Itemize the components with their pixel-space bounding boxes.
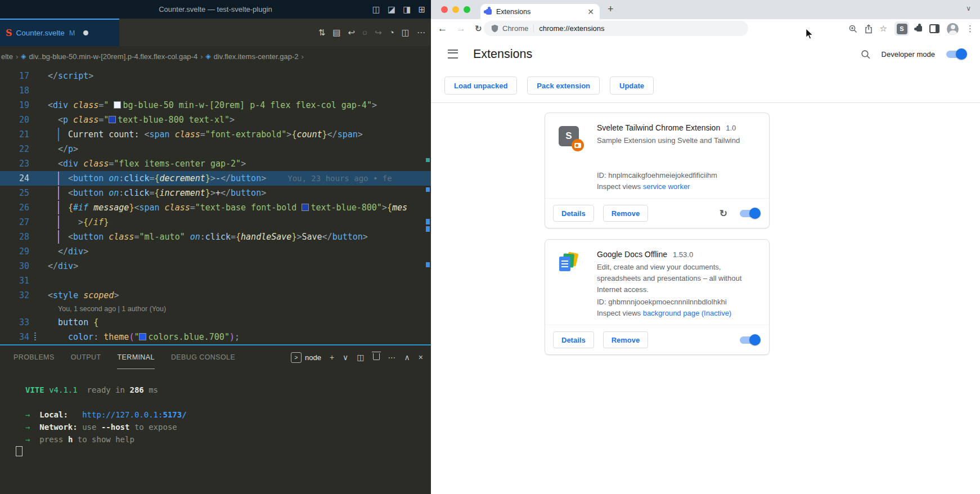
code-line[interactable]: 23<div class="flex items-center gap-2"> [0, 156, 431, 171]
share-icon[interactable] [865, 24, 873, 34]
close-panel-icon[interactable]: × [419, 353, 423, 362]
bookmark-star-icon[interactable]: ☆ [880, 24, 887, 34]
menu-icon[interactable] [448, 50, 458, 59]
code-line[interactable]: 24<button on:click={decrement}>-</button… [0, 171, 431, 186]
remove-button[interactable]: Remove [603, 205, 649, 222]
remove-button[interactable]: Remove [603, 331, 649, 348]
code-line[interactable]: 31 [0, 273, 431, 288]
more-actions-icon[interactable]: ⋯ [388, 353, 396, 362]
address-bar[interactable]: Chrome chrome://extensions [484, 21, 748, 36]
code-line[interactable]: 26{#if message}<span class="text-base fo… [0, 200, 431, 215]
load-unpacked-button[interactable]: Load unpacked [444, 77, 517, 95]
code-token: < [68, 232, 73, 242]
reload-extension-icon[interactable]: ↻ [720, 208, 727, 219]
line-number: 17 [0, 69, 29, 83]
search-icon[interactable] [861, 50, 870, 59]
split-terminal-icon[interactable]: ◫ [357, 353, 364, 362]
traffic-light-minimize[interactable] [452, 6, 459, 13]
code-line[interactable]: 27>{/if} [0, 215, 431, 230]
code-token: : [119, 173, 124, 183]
split-editor-icon[interactable]: ◫ [402, 28, 410, 38]
pinned-extension-svelte-icon[interactable]: S [894, 21, 909, 36]
code-token: scoped [78, 290, 114, 300]
traffic-light-close[interactable] [441, 6, 448, 13]
code-token: "flex items-center gap-2" [114, 159, 241, 169]
launch-profile-chevron-icon[interactable]: ∨ [343, 353, 348, 362]
tab-close-icon[interactable]: ✕ [587, 8, 594, 16]
extension-enabled-toggle[interactable] [740, 210, 759, 217]
open-changes-icon[interactable]: ▤ [332, 28, 340, 38]
terminal[interactable]: VITE v4.1.1 ready in 286 ms→ Local: http… [0, 369, 431, 458]
breadcrumb-item[interactable]: div..bg-blue-50.min-w-[20rem].p-4.flex.f… [29, 52, 198, 61]
details-button[interactable]: Details [553, 205, 594, 222]
code-line[interactable]: 21Current count: <span class="font-extra… [0, 127, 431, 142]
tab-search-chevron-icon[interactable]: ∨ [966, 5, 971, 12]
nav-forward-icon[interactable]: ↪ [375, 28, 382, 38]
source-control-compare-icon[interactable]: ⇅ [318, 28, 326, 38]
code-text: >{/if} [48, 215, 431, 230]
code-line[interactable]: 28<button class="ml-auto" on:click={hand… [0, 230, 431, 244]
zoom-icon[interactable] [848, 24, 857, 33]
url-text[interactable]: chrome://extensions [539, 24, 604, 33]
code-line[interactable]: 20<p class="text-blue-800 text-xl"> [0, 113, 431, 127]
update-button[interactable]: Update [610, 77, 654, 95]
kill-terminal-icon[interactable] [373, 353, 380, 362]
code-line[interactable]: 33button { [0, 315, 431, 330]
inspect-views-link[interactable]: background page (Inactive) [643, 309, 732, 317]
code-line[interactable]: 30</div> [0, 259, 431, 273]
indent-guide [58, 172, 59, 185]
code-token: theme [104, 332, 129, 342]
code-token: ) [230, 332, 235, 342]
code-token: button [231, 188, 261, 198]
code-token: = [98, 100, 104, 110]
code-line[interactable]: 29</div> [0, 244, 431, 259]
back-icon[interactable]: ← [438, 23, 447, 34]
panel-tab-terminal[interactable]: TERMINAL [117, 346, 154, 369]
new-terminal-icon[interactable]: + [330, 353, 334, 362]
details-button[interactable]: Details [553, 331, 594, 348]
code-line[interactable]: 22</p> [0, 142, 431, 156]
code-line[interactable]: 34color: theme("colors.blue.700"); [0, 330, 431, 344]
new-tab-icon[interactable]: + [608, 3, 614, 15]
unsaved-dot-icon[interactable] [83, 30, 88, 35]
code-line[interactable]: 25<button on:click={increment}>+</button… [0, 186, 431, 200]
more-actions-icon[interactable]: ⋯ [417, 28, 425, 38]
toggle-secondary-sidebar-icon[interactable]: ◨ [403, 5, 411, 15]
inspect-views-link[interactable]: service worker [643, 182, 690, 191]
forward-icon[interactable]: → [456, 23, 466, 34]
code-token: > [114, 290, 119, 300]
panel-tab-debug-console[interactable]: DEBUG CONSOLE [171, 346, 235, 369]
traffic-light-fullscreen[interactable] [464, 6, 470, 13]
tab-counter-svelte[interactable]: S Counter.svelte M [0, 19, 119, 46]
reload-icon[interactable]: ↻ [475, 24, 482, 34]
panel-tab-output[interactable]: OUTPUT [71, 346, 101, 369]
breadcrumb-item[interactable]: div.flex.items-center.gap-2 [214, 52, 299, 61]
code-token: { [387, 203, 392, 213]
code-line[interactable]: 32<style scoped> [0, 288, 431, 303]
customize-layout-icon[interactable]: ⊞ [418, 5, 425, 15]
code-line[interactable]: 19<div class=" bg-blue-50 min-w-[20rem] … [0, 98, 431, 113]
extensions-menu-icon[interactable] [916, 26, 922, 32]
side-panel-icon[interactable] [929, 24, 939, 33]
nav-dot-icon[interactable]: ○ [362, 28, 367, 37]
code-line[interactable]: 17</script> [0, 69, 431, 83]
toggle-panel-icon[interactable]: ◪ [388, 5, 395, 15]
toggle-primary-sidebar-icon[interactable]: ◫ [372, 5, 380, 15]
code-token: </ [327, 129, 338, 140]
code-line[interactable]: 18 [0, 83, 431, 98]
nav-back-icon[interactable]: ↩ [348, 28, 356, 38]
developer-mode-toggle[interactable] [946, 51, 965, 58]
code-text: <div class=" bg-blue-50 min-w-[20rem] p-… [48, 98, 431, 113]
terminal-profile[interactable]: > node [291, 352, 321, 363]
chrome-menu-icon[interactable]: ⋮ [966, 24, 974, 34]
run-profile-icon[interactable]: ◔ [389, 28, 394, 37]
extension-enabled-toggle[interactable] [740, 336, 759, 344]
pack-extension-button[interactable]: Pack extension [527, 77, 600, 95]
panel-tab-problems[interactable]: PROBLEMS [14, 346, 55, 369]
terminal-cursor [16, 446, 23, 456]
tab-extensions[interactable]: Extensions ✕ [480, 4, 600, 19]
profile-avatar[interactable] [947, 23, 959, 35]
code-editor[interactable]: 17</script>1819<div class=" bg-blue-50 m… [0, 66, 431, 344]
maximize-panel-icon[interactable]: ∧ [404, 353, 410, 362]
breadcrumb-file[interactable]: elte [1, 52, 13, 61]
